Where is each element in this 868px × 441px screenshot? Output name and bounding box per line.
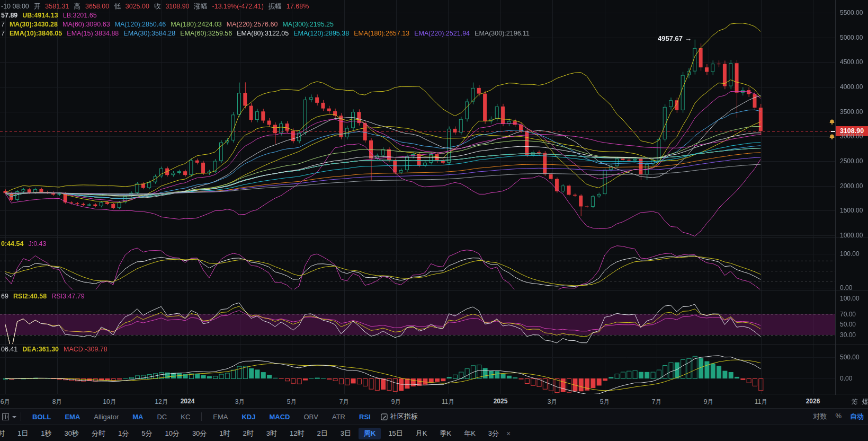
kline-chart-canvas[interactable] [0, 0, 868, 395]
time-axis-label: 9月 [704, 398, 714, 407]
indicator-button-ma[interactable]: MA [126, 413, 150, 421]
indicator-button-ema[interactable]: EMA [58, 413, 87, 421]
axis-tick-label: 3000.00 [840, 133, 863, 140]
legend-row-2-item: UB:4914.13 [22, 12, 58, 19]
timeframe-年K[interactable]: 年K [459, 428, 481, 439]
rsi-values-item: RSI2:40.58 [13, 293, 47, 300]
timeframe-1秒[interactable]: 1秒 [35, 428, 57, 439]
indicator-button-rsi[interactable]: RSI [352, 413, 378, 421]
ath-price: 4957.67 [658, 34, 683, 42]
time-axis-label: 8月 [52, 398, 62, 407]
macd-values-item: DEA:361.30 [22, 346, 59, 353]
timeframe-2时[interactable]: 2时 [238, 428, 259, 439]
scale-option[interactable]: % [835, 412, 842, 421]
legend-row-1-item: 3658.00 [85, 3, 109, 10]
time-axis-label: 2025 [494, 398, 508, 405]
time-axis-label: 10月 [103, 398, 116, 407]
timeframe-10分[interactable]: 10分 [159, 428, 184, 439]
time-axis-label: 5月 [600, 398, 610, 407]
macd-values-item: MACD:-309.78 [64, 346, 108, 353]
time-axis-label: 2026 [806, 398, 820, 405]
time-axis-label: 6月 [1, 398, 11, 407]
legend-row-1-item: -13.19%(-472.41) [212, 3, 264, 10]
scale-options: 对数%自动 [813, 412, 864, 421]
time-axis-label: 2024 [181, 398, 195, 405]
divider [21, 412, 21, 421]
legend-row-4-item: EMA(60):3259.56 [180, 30, 232, 37]
timeframe-5分[interactable]: 5分 [136, 428, 157, 439]
legend-row-1-item: 高 [74, 3, 81, 10]
community-indicators-button[interactable]: 社区指标 [381, 412, 418, 421]
timeframe-1时[interactable]: 1时 [214, 428, 235, 439]
axis-tool-chip[interactable]: 爆 [862, 398, 868, 407]
kdj-values-item: 0:44.54 [1, 240, 23, 248]
scale-option[interactable]: 自动 [850, 412, 864, 421]
timeframe-3日[interactable]: 3日 [335, 428, 356, 439]
legend-row-4-item: 7 [1, 30, 5, 37]
legend-row-2-item: LB:3201.65 [63, 12, 97, 19]
timeframe-1分[interactable]: 1分 [113, 428, 134, 439]
timeframe-30秒[interactable]: 30秒 [59, 428, 84, 439]
time-axis-label: 5月 [287, 398, 297, 407]
legend-row-4-item: EMA(10):3846.05 [10, 30, 62, 37]
indicator-button-atr[interactable]: ATR [325, 413, 352, 421]
legend-row-4-item: EMA(30):3584.28 [123, 30, 175, 37]
axis-tick-label: 1500.00 [840, 207, 863, 214]
time-axis-label: 7月 [339, 398, 350, 407]
indicator-button-alligator[interactable]: Alligator [87, 413, 126, 421]
time-axis-label: 11月 [755, 398, 767, 407]
timeframe-季K[interactable]: 季K [435, 428, 457, 439]
timeframe-分时[interactable]: 分时 [86, 428, 111, 439]
divider [201, 412, 202, 421]
time-axis-label: 12月 [155, 398, 168, 407]
indicator-button-ema[interactable]: EMA [206, 413, 235, 421]
legend-row-1-item: 振幅 [269, 3, 282, 10]
chevron-down-icon[interactable] [12, 416, 16, 418]
indicator-button-kc[interactable]: KC [174, 413, 197, 421]
legend-row-1-item: 收 [154, 3, 161, 10]
timeframe-月K[interactable]: 月K [410, 428, 433, 439]
timeframe-3时[interactable]: 3时 [261, 428, 282, 439]
timeframe-15日[interactable]: 15日 [383, 428, 408, 439]
timeframe-3分[interactable]: 3分 [483, 428, 504, 439]
ath-arrow-icon: → [685, 34, 692, 42]
axis-tick-label: 2500.00 [840, 157, 863, 165]
kline-trading-app: -10 08:00开3581.31高3658.00低3025.00收3108.9… [0, 0, 868, 441]
indicator-button-obv[interactable]: OBV [297, 413, 325, 421]
axis-tick-label: 4500.00 [840, 58, 863, 66]
axis-tick-label: 3500.00 [840, 108, 863, 116]
legend-row-1-item: 17.68% [287, 3, 309, 10]
close-icon[interactable]: × [506, 429, 511, 438]
indicator-button-macd[interactable]: MACD [263, 413, 297, 421]
legend-row-2-item: 57.89 [1, 12, 17, 19]
kdj-values-item: J:0.43 [28, 240, 46, 248]
timeframe-1日[interactable]: 1日 [12, 428, 33, 439]
scale-option[interactable]: 对数 [813, 412, 827, 421]
axis-tick-label: 5500.00 [840, 9, 863, 16]
axis-tick-label: 0.00 [840, 375, 852, 382]
rsi-values: 69RSI2:40.58RSI3:47.79 [1, 292, 90, 301]
indicator-button-kdj[interactable]: KDJ [235, 413, 262, 421]
time-axis-label: 7月 [652, 398, 662, 407]
indicator-button-dc[interactable]: DC [150, 413, 174, 421]
legend-row-1: -10 08:00开3581.31高3658.00低3025.00收3108.9… [1, 2, 314, 11]
legend-row-4-item: EMA(80):3122.05 [237, 30, 289, 37]
axis-tick-label: 1000.00 [840, 232, 863, 239]
axis-tick-label: 30.00 [840, 331, 856, 339]
macd-values: 06.41DEA:361.30MACD:-309.78 [1, 345, 112, 354]
axis-tick-label: 50.00 [840, 321, 856, 328]
timeframe-时[interactable]: 时 [0, 428, 10, 439]
rsi-values-item: RSI3:47.79 [51, 293, 85, 300]
timeframe-2日[interactable]: 2日 [312, 428, 333, 439]
indicator-button-boll[interactable]: BOLL [25, 413, 58, 421]
axis-tool-chip[interactable]: 筹 [852, 398, 858, 407]
legend-row-4: 7EMA(10):3846.05EMA(15):3834.88EMA(30):3… [1, 29, 534, 38]
timeframe-周K[interactable]: 周K [359, 428, 381, 439]
chart-style-icon[interactable] [2, 413, 9, 420]
legend-row-3-item: MA(60):3090.63 [62, 21, 110, 28]
timeframe-toolbar: 时1日1秒30秒分时1分5分10分30分1时2时3时12时2日3日周K15日月K… [0, 425, 868, 441]
timeframe-30分[interactable]: 30分 [187, 428, 212, 439]
timeframe-12时[interactable]: 12时 [284, 428, 309, 439]
legend-row-4-item: EMA(180):2657.13 [354, 30, 409, 37]
axis-tick-label: 70.00 [840, 311, 856, 318]
